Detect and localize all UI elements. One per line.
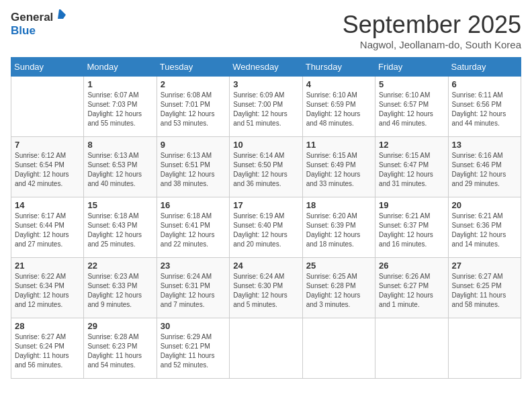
day-info: Sunrise: 6:27 AM Sunset: 6:24 PM Dayligh… [15, 332, 80, 370]
day-number: 30 [161, 321, 226, 331]
day-info: Sunrise: 6:24 AM Sunset: 6:31 PM Dayligh… [161, 272, 226, 310]
table-row: 19Sunrise: 6:21 AM Sunset: 6:37 PM Dayli… [375, 197, 448, 258]
day-info: Sunrise: 6:16 AM Sunset: 6:46 PM Dayligh… [452, 151, 517, 189]
day-info: Sunrise: 6:13 AM Sunset: 6:51 PM Dayligh… [161, 151, 226, 189]
header-tuesday: Tuesday [157, 58, 229, 77]
day-info: Sunrise: 6:21 AM Sunset: 6:36 PM Dayligh… [452, 212, 517, 249]
table-row: 21Sunrise: 6:22 AM Sunset: 6:34 PM Dayli… [11, 258, 84, 318]
table-row: 22Sunrise: 6:23 AM Sunset: 6:33 PM Dayli… [84, 258, 157, 318]
day-info: Sunrise: 6:18 AM Sunset: 6:43 PM Dayligh… [87, 212, 152, 249]
day-number: 16 [161, 200, 226, 210]
logo-arrow-icon [55, 9, 66, 23]
day-number: 13 [452, 140, 517, 150]
calendar-table: SundayMondayTuesdayWednesdayThursdayFrid… [11, 57, 521, 379]
table-row [375, 318, 448, 379]
day-number: 19 [379, 200, 444, 210]
table-row: 5Sunrise: 6:10 AM Sunset: 6:57 PM Daylig… [375, 77, 448, 137]
day-number: 6 [452, 79, 517, 89]
header-sunday: Sunday [11, 58, 84, 77]
day-number: 4 [306, 79, 371, 89]
day-number: 12 [379, 140, 444, 150]
table-row: 23Sunrise: 6:24 AM Sunset: 6:31 PM Dayli… [157, 258, 229, 318]
table-row: 30Sunrise: 6:29 AM Sunset: 6:21 PM Dayli… [157, 318, 229, 379]
table-row [230, 318, 302, 379]
week-row-5: 28Sunrise: 6:27 AM Sunset: 6:24 PM Dayli… [11, 318, 521, 379]
table-row: 8Sunrise: 6:13 AM Sunset: 6:53 PM Daylig… [84, 137, 157, 197]
day-number: 23 [161, 261, 226, 271]
day-info: Sunrise: 6:15 AM Sunset: 6:47 PM Dayligh… [379, 151, 444, 189]
table-row: 3Sunrise: 6:09 AM Sunset: 7:00 PM Daylig… [230, 77, 302, 137]
day-number: 5 [379, 79, 444, 89]
day-info: Sunrise: 6:25 AM Sunset: 6:28 PM Dayligh… [306, 272, 371, 310]
day-info: Sunrise: 6:07 AM Sunset: 7:03 PM Dayligh… [87, 91, 152, 128]
day-number: 15 [87, 200, 152, 210]
header-saturday: Saturday [448, 58, 521, 77]
table-row: 2Sunrise: 6:08 AM Sunset: 7:01 PM Daylig… [157, 77, 229, 137]
day-number: 26 [379, 261, 444, 271]
table-row: 29Sunrise: 6:28 AM Sunset: 6:23 PM Dayli… [84, 318, 157, 379]
table-row: 26Sunrise: 6:26 AM Sunset: 6:27 PM Dayli… [375, 258, 448, 318]
day-info: Sunrise: 6:11 AM Sunset: 6:56 PM Dayligh… [452, 91, 517, 128]
week-row-4: 21Sunrise: 6:22 AM Sunset: 6:34 PM Dayli… [11, 258, 521, 318]
day-info: Sunrise: 6:26 AM Sunset: 6:27 PM Dayligh… [379, 272, 444, 310]
table-row [11, 77, 84, 137]
day-number: 9 [161, 140, 226, 150]
day-number: 28 [15, 321, 80, 331]
calendar-header: SundayMondayTuesdayWednesdayThursdayFrid… [11, 58, 521, 77]
logo-blue-text: Blue [11, 24, 36, 37]
table-row: 24Sunrise: 6:24 AM Sunset: 6:30 PM Dayli… [230, 258, 302, 318]
header-monday: Monday [84, 58, 157, 77]
day-info: Sunrise: 6:24 AM Sunset: 6:30 PM Dayligh… [233, 272, 298, 310]
day-number: 2 [161, 79, 226, 89]
day-info: Sunrise: 6:21 AM Sunset: 6:37 PM Dayligh… [379, 212, 444, 249]
logo-block: General Blue [11, 11, 66, 38]
table-row: 7Sunrise: 6:12 AM Sunset: 6:54 PM Daylig… [11, 137, 84, 197]
day-number: 25 [306, 261, 371, 271]
title-section: September 2025 Nagwol, Jeollanam-do, Sou… [343, 11, 521, 50]
table-row: 20Sunrise: 6:21 AM Sunset: 6:36 PM Dayli… [448, 197, 521, 258]
day-number: 8 [87, 140, 152, 150]
week-row-2: 7Sunrise: 6:12 AM Sunset: 6:54 PM Daylig… [11, 137, 521, 197]
table-row: 10Sunrise: 6:14 AM Sunset: 6:50 PM Dayli… [230, 137, 302, 197]
day-info: Sunrise: 6:14 AM Sunset: 6:50 PM Dayligh… [233, 151, 298, 189]
day-info: Sunrise: 6:10 AM Sunset: 6:57 PM Dayligh… [379, 91, 444, 128]
day-info: Sunrise: 6:19 AM Sunset: 6:40 PM Dayligh… [233, 212, 298, 249]
table-row: 4Sunrise: 6:10 AM Sunset: 6:59 PM Daylig… [302, 77, 375, 137]
day-number: 7 [15, 140, 80, 150]
day-number: 21 [15, 261, 80, 271]
table-row: 17Sunrise: 6:19 AM Sunset: 6:40 PM Dayli… [230, 197, 302, 258]
day-number: 27 [452, 261, 517, 271]
table-row: 6Sunrise: 6:11 AM Sunset: 6:56 PM Daylig… [448, 77, 521, 137]
table-row: 25Sunrise: 6:25 AM Sunset: 6:28 PM Dayli… [302, 258, 375, 318]
day-number: 18 [306, 200, 371, 210]
day-number: 29 [87, 321, 152, 331]
day-info: Sunrise: 6:18 AM Sunset: 6:41 PM Dayligh… [161, 212, 226, 249]
table-row: 16Sunrise: 6:18 AM Sunset: 6:41 PM Dayli… [157, 197, 229, 258]
day-number: 20 [452, 200, 517, 210]
table-row: 15Sunrise: 6:18 AM Sunset: 6:43 PM Dayli… [84, 197, 157, 258]
day-number: 10 [233, 140, 298, 150]
day-number: 22 [87, 261, 152, 271]
logo-general-text: General [11, 11, 53, 24]
day-number: 3 [233, 79, 298, 89]
day-number: 24 [233, 261, 298, 271]
table-row: 9Sunrise: 6:13 AM Sunset: 6:51 PM Daylig… [157, 137, 229, 197]
table-row: 28Sunrise: 6:27 AM Sunset: 6:24 PM Dayli… [11, 318, 84, 379]
table-row: 18Sunrise: 6:20 AM Sunset: 6:39 PM Dayli… [302, 197, 375, 258]
day-info: Sunrise: 6:28 AM Sunset: 6:23 PM Dayligh… [87, 332, 152, 370]
table-row [448, 318, 521, 379]
day-info: Sunrise: 6:23 AM Sunset: 6:33 PM Dayligh… [87, 272, 152, 310]
location-subtitle: Nagwol, Jeollanam-do, South Korea [343, 39, 521, 50]
week-row-1: 1Sunrise: 6:07 AM Sunset: 7:03 PM Daylig… [11, 77, 521, 137]
week-row-3: 14Sunrise: 6:17 AM Sunset: 6:44 PM Dayli… [11, 197, 521, 258]
day-number: 1 [87, 79, 152, 89]
day-info: Sunrise: 6:13 AM Sunset: 6:53 PM Dayligh… [87, 151, 152, 189]
svg-marker-3 [58, 9, 66, 19]
header-wednesday: Wednesday [230, 58, 302, 77]
table-row: 13Sunrise: 6:16 AM Sunset: 6:46 PM Dayli… [448, 137, 521, 197]
day-info: Sunrise: 6:15 AM Sunset: 6:49 PM Dayligh… [306, 151, 371, 189]
table-row: 14Sunrise: 6:17 AM Sunset: 6:44 PM Dayli… [11, 197, 84, 258]
header-thursday: Thursday [302, 58, 375, 77]
table-row: 1Sunrise: 6:07 AM Sunset: 7:03 PM Daylig… [84, 77, 157, 137]
day-info: Sunrise: 6:22 AM Sunset: 6:34 PM Dayligh… [15, 272, 80, 310]
